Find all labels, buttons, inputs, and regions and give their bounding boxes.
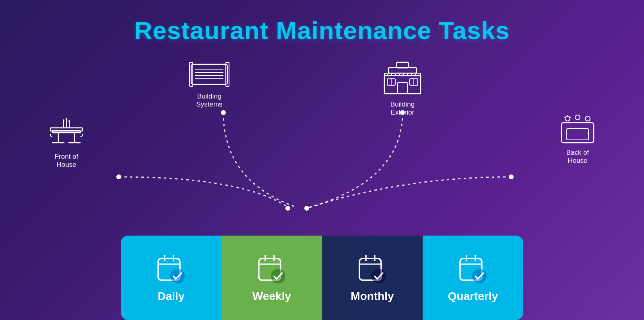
- svg-rect-33: [384, 76, 421, 94]
- monthly-box[interactable]: Monthly: [322, 236, 423, 320]
- svg-point-45: [585, 116, 590, 121]
- frequency-row: Daily Weekly: [121, 236, 523, 320]
- quarterly-label: Quarterly: [448, 290, 498, 303]
- daily-icon: [155, 253, 187, 287]
- weekly-icon: [256, 253, 288, 287]
- weekly-label: Weekly: [252, 290, 291, 303]
- svg-point-53: [170, 269, 185, 283]
- svg-point-68: [472, 269, 487, 283]
- svg-line-47: [564, 117, 565, 117]
- svg-point-63: [372, 269, 386, 283]
- svg-point-58: [271, 269, 285, 283]
- monthly-icon: [356, 253, 388, 287]
- page-title: Restaurant Maintenance Tasks: [0, 0, 644, 45]
- svg-point-44: [575, 115, 580, 120]
- back-of-house-icon: Back ofHouse: [559, 113, 596, 165]
- building-exterior-icon: BuildingExterior: [382, 60, 423, 117]
- monthly-label: Monthly: [351, 290, 394, 303]
- quarterly-icon: [457, 253, 489, 287]
- svg-rect-7: [50, 128, 83, 131]
- daily-box[interactable]: Daily: [121, 236, 221, 320]
- svg-point-17: [68, 120, 70, 122]
- svg-point-43: [565, 116, 570, 121]
- svg-point-15: [63, 119, 64, 121]
- svg-rect-18: [191, 64, 227, 84]
- svg-line-48: [570, 117, 571, 117]
- svg-rect-42: [567, 129, 588, 140]
- quarterly-box[interactable]: Quarterly: [423, 236, 523, 320]
- building-systems-icon: BuildingSystems: [189, 60, 229, 109]
- svg-point-16: [66, 118, 67, 119]
- svg-rect-34: [398, 82, 407, 94]
- weekly-box[interactable]: Weekly: [221, 236, 322, 320]
- daily-label: Daily: [158, 290, 185, 303]
- front-of-house-icon: Front of House: [48, 117, 85, 169]
- icons-layer: Front of House BuildingSystems: [0, 60, 644, 213]
